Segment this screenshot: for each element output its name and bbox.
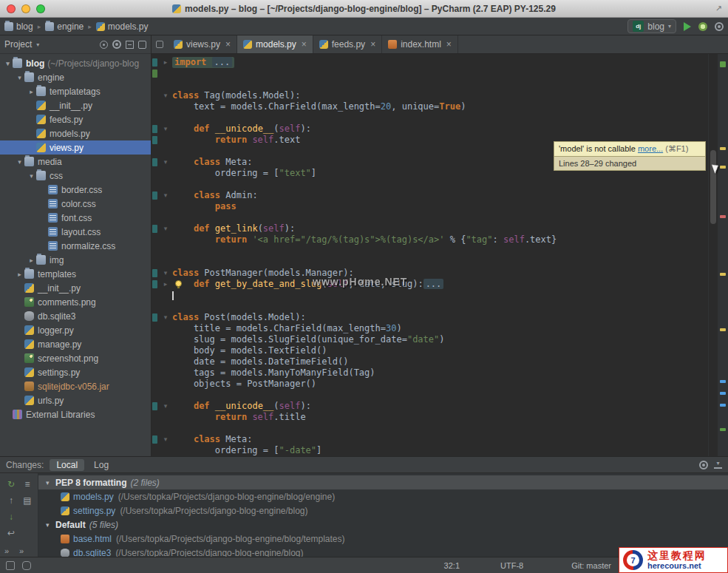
tree-item-sqlitejdbc-v056-jar[interactable]: sqlitejdbc-v056.jar bbox=[0, 379, 151, 393]
settings-gear-icon[interactable] bbox=[715, 22, 724, 31]
fold-toggle-icon[interactable]: ▸ bbox=[159, 279, 172, 290]
tree-item-logger-py[interactable]: logger.py bbox=[0, 323, 151, 337]
tab-index-html[interactable]: index.html× bbox=[382, 35, 458, 53]
tree-expand-icon[interactable]: ▸ bbox=[27, 257, 36, 264]
refresh-icon[interactable]: ↻ bbox=[3, 476, 19, 492]
tree-expand-icon[interactable]: ▾ bbox=[15, 74, 24, 81]
tab-feeds-py[interactable]: feeds.py× bbox=[313, 35, 382, 53]
code-line[interactable]: date = models.DateTimeField() bbox=[152, 356, 708, 367]
tree-item-comments-png[interactable]: comments.png bbox=[0, 295, 151, 309]
tree-item-css[interactable]: ▾css bbox=[0, 169, 151, 183]
tree-item-img[interactable]: ▸img bbox=[0, 253, 151, 267]
code-line[interactable]: ▾ def get_link(self): bbox=[152, 223, 708, 234]
fold-toggle-icon[interactable]: ▾ bbox=[159, 223, 172, 234]
group-by-icon[interactable]: ▤ bbox=[19, 492, 35, 509]
show-more-icon[interactable]: »» bbox=[4, 546, 34, 555]
fold-toggle-icon[interactable]: ▾ bbox=[159, 123, 172, 135]
code-line[interactable]: text = models.CharField(max_length=20, u… bbox=[152, 101, 708, 112]
code-line[interactable]: ▸import ... bbox=[152, 57, 708, 68]
tab-models-py[interactable]: models.py× bbox=[237, 35, 313, 53]
code-line[interactable]: ▾ def __unicode__(self): bbox=[152, 401, 708, 412]
scrollbar-thumb[interactable] bbox=[710, 150, 716, 224]
title-bar[interactable]: models.py – blog – [~/Projects/django-bl… bbox=[0, 0, 728, 18]
fold-toggle-icon[interactable]: ▾ bbox=[159, 401, 172, 412]
code-line[interactable]: ▾ class Admin: bbox=[152, 190, 708, 201]
tab-close-icon[interactable]: × bbox=[302, 39, 307, 50]
fold-toggle-icon[interactable]: ▾ bbox=[159, 312, 172, 323]
chevron-down-icon[interactable]: ▾ bbox=[36, 41, 39, 48]
tree-item-External-Libraries[interactable]: External Libraries bbox=[0, 407, 151, 421]
code-line[interactable] bbox=[152, 423, 708, 434]
fold-toggle-icon[interactable]: ▾ bbox=[159, 434, 172, 445]
code-line[interactable]: title = models.CharField(max_length=30) bbox=[152, 323, 708, 334]
scroll-to-source-icon[interactable] bbox=[100, 41, 108, 49]
tree-expand-icon[interactable]: ▸ bbox=[27, 88, 36, 95]
tree-item-media[interactable]: ▾media bbox=[0, 155, 151, 169]
code-line[interactable]: objects = PostManager() bbox=[152, 379, 708, 390]
tab-views-py[interactable]: views.py× bbox=[168, 35, 237, 53]
breadcrumb-item-engine[interactable]: engine bbox=[45, 21, 84, 32]
error-stripe[interactable] bbox=[718, 54, 728, 456]
tree-item-color-css[interactable]: color.css bbox=[0, 197, 151, 211]
editor[interactable]: ▸import ...▾class Tag(models.Model): tex… bbox=[152, 54, 728, 456]
tooltip-more-link[interactable]: more... bbox=[638, 144, 663, 153]
fold-toggle-icon[interactable]: ▾ bbox=[159, 190, 172, 201]
code-line[interactable]: ordering = ["-date"] bbox=[152, 445, 708, 456]
panel-settings-icon[interactable] bbox=[112, 40, 121, 49]
breadcrumb-item-blog[interactable]: blog bbox=[4, 21, 33, 32]
tree-item-border-css[interactable]: border.css bbox=[0, 183, 151, 197]
changed-file-base-html[interactable]: base.html(/Users/topka/Projects/django-b… bbox=[38, 532, 728, 546]
code-line[interactable]: body = models.TextField() bbox=[152, 345, 708, 356]
tab-close-icon[interactable]: × bbox=[370, 39, 375, 50]
code-line[interactable]: return '<a href="/tag/%(tag)s">%(tag)s</… bbox=[152, 234, 708, 245]
fold-toggle-icon[interactable]: ▾ bbox=[159, 157, 172, 168]
project-panel-title[interactable]: Project bbox=[4, 39, 32, 50]
tree-item-font-css[interactable]: font.css bbox=[0, 211, 151, 225]
code-line[interactable]: ▾class Post(models.Model): bbox=[152, 312, 708, 323]
tree-item--init-py[interactable]: __init__.py bbox=[0, 281, 151, 295]
tab-list-icon[interactable] bbox=[156, 41, 163, 48]
code-line[interactable]: pass bbox=[152, 201, 708, 212]
caret-position[interactable]: 32:1 bbox=[444, 561, 460, 570]
code-line[interactable]: ▾ class Meta: bbox=[152, 434, 708, 445]
code-line[interactable]: ▾class PostManager(models.Manager): bbox=[152, 268, 708, 279]
tree-expand-icon[interactable]: ▾ bbox=[46, 479, 55, 486]
tree-item-engine[interactable]: ▾engine bbox=[0, 70, 151, 84]
tree-expand-icon[interactable]: ▾ bbox=[46, 521, 55, 529]
tree-item-layout-css[interactable]: layout.css bbox=[0, 225, 151, 239]
code-line[interactable] bbox=[152, 390, 708, 401]
toolwindow-switcher-icon[interactable] bbox=[6, 561, 15, 570]
tree-item-views-py[interactable]: views.py bbox=[0, 140, 151, 155]
zoom-window-button[interactable] bbox=[36, 4, 45, 13]
tree-item-normalize-css[interactable]: normalize.css bbox=[0, 239, 151, 253]
close-window-button[interactable] bbox=[7, 4, 16, 13]
commit-icon[interactable]: ↑ bbox=[3, 492, 19, 509]
event-log-icon[interactable] bbox=[22, 561, 31, 570]
tree-item-templatetags[interactable]: ▸templatetags bbox=[0, 84, 151, 98]
fold-toggle-icon[interactable]: ▸ bbox=[159, 57, 172, 68]
code-line[interactable]: ▸ def get_by_date_and_slug(self, date, s… bbox=[152, 279, 708, 290]
minimize-window-button[interactable] bbox=[21, 4, 30, 13]
changes-tab-local[interactable]: Local bbox=[50, 459, 84, 471]
update-icon[interactable]: ↓ bbox=[3, 509, 19, 525]
code-line[interactable] bbox=[152, 257, 708, 268]
breadcrumb-item-models.py[interactable]: models.py bbox=[96, 21, 149, 32]
pin-panel-icon[interactable] bbox=[138, 41, 146, 49]
tree-expand-icon[interactable]: ▾ bbox=[27, 172, 36, 180]
tree-item-settings-py[interactable]: settings.py bbox=[0, 365, 151, 379]
file-encoding[interactable]: UTF-8 bbox=[500, 561, 523, 570]
changelist-PEP-8-formatting[interactable]: ▾PEP 8 formatting(2 files) bbox=[38, 475, 728, 489]
code-line[interactable] bbox=[152, 112, 708, 123]
tree-item-screenshot-png[interactable]: screenshot.png bbox=[0, 351, 151, 365]
changelist-Default[interactable]: ▾Default(5 files) bbox=[38, 518, 728, 532]
rollback-icon[interactable]: ↩ bbox=[3, 525, 19, 541]
code-line[interactable]: ▾class Tag(models.Model): bbox=[152, 90, 708, 101]
intention-bulb-icon[interactable] bbox=[175, 280, 182, 287]
tab-close-icon[interactable]: × bbox=[446, 39, 452, 50]
tree-item--init-py[interactable]: __init__.py bbox=[0, 98, 151, 112]
run-button[interactable] bbox=[684, 22, 691, 31]
vcs-branch[interactable]: Git: master bbox=[571, 561, 611, 570]
code-line[interactable] bbox=[152, 290, 708, 301]
tree-expand-icon[interactable]: ▸ bbox=[15, 271, 24, 278]
tree-expand-icon[interactable]: ▾ bbox=[15, 158, 24, 166]
